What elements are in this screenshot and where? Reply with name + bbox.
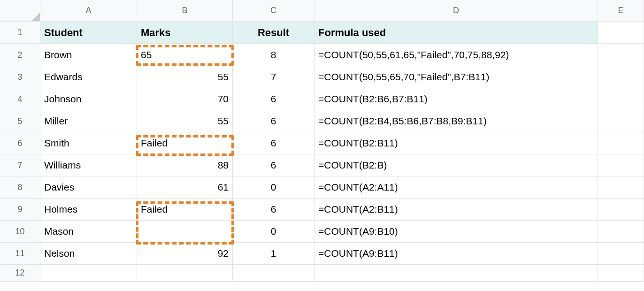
cell-A7[interactable]: Williams	[40, 154, 137, 176]
row-header-3[interactable]: 3	[0, 66, 40, 88]
cell-B12[interactable]	[137, 265, 233, 282]
cell-D3[interactable]: =COUNT(50,55,65,70,"Failed",B7:B11)	[314, 66, 598, 88]
cell-D4[interactable]: =COUNT(B2:B6,B7:B11)	[314, 88, 598, 110]
cell-A5[interactable]: Miller	[40, 110, 137, 132]
row-header-4[interactable]: 4	[0, 88, 40, 110]
col-header-E[interactable]: E	[598, 0, 644, 22]
cell-C2[interactable]: 8	[233, 44, 314, 66]
cell-A9[interactable]: Holmes	[40, 199, 137, 221]
row-header-8[interactable]: 8	[0, 176, 40, 199]
cell-E6[interactable]	[598, 132, 644, 154]
cell-A6[interactable]: Smith	[40, 132, 137, 154]
cell-A2[interactable]: Brown	[40, 44, 137, 66]
cell-D6[interactable]: =COUNT(B2:B11)	[314, 132, 598, 154]
cell-C11[interactable]: 1	[233, 243, 314, 265]
cell-D10[interactable]: =COUNT(A9:B10)	[314, 221, 598, 243]
col-header-A[interactable]: A	[40, 0, 137, 22]
cell-E7[interactable]	[598, 154, 644, 176]
cell-A4[interactable]: Johnson	[40, 88, 137, 110]
cell-C12[interactable]	[233, 265, 314, 282]
row-header-12[interactable]: 12	[0, 265, 40, 282]
spreadsheet-grid[interactable]: A B C D E 1 Student Marks Result Formula…	[0, 0, 644, 291]
cell-E2[interactable]	[598, 44, 644, 66]
cell-B7[interactable]: 88	[137, 154, 233, 176]
cell-D9[interactable]: =COUNT(A2:B11)	[314, 199, 598, 221]
highlight-B6	[136, 135, 234, 156]
row-header-2[interactable]: 2	[0, 44, 40, 66]
cell-C1[interactable]: Result	[233, 22, 314, 44]
row-header-1[interactable]: 1	[0, 22, 40, 44]
cell-D8[interactable]: =COUNT(A2:A11)	[314, 176, 598, 199]
cell-E9[interactable]	[598, 199, 644, 221]
cell-B11[interactable]: 92	[137, 243, 233, 265]
cell-E5[interactable]	[598, 110, 644, 132]
cell-D11[interactable]: =COUNT(A9:B11)	[314, 243, 598, 265]
col-header-B[interactable]: B	[137, 0, 233, 22]
cell-D12[interactable]	[314, 265, 598, 282]
cell-A10[interactable]: Mason	[40, 221, 137, 243]
cell-B8[interactable]: 61	[137, 176, 233, 199]
cell-B1[interactable]: Marks	[137, 22, 233, 44]
cell-A8[interactable]: Davies	[40, 176, 137, 199]
cell-E8[interactable]	[598, 176, 644, 199]
highlight-B9-B10	[136, 201, 234, 245]
cell-A3[interactable]: Edwards	[40, 66, 137, 88]
selectall-corner[interactable]	[0, 0, 40, 22]
row-header-5[interactable]: 5	[0, 110, 40, 132]
cell-E1[interactable]	[598, 22, 644, 44]
cell-E4[interactable]	[598, 88, 644, 110]
cell-C6[interactable]: 6	[233, 132, 314, 154]
row-header-6[interactable]: 6	[0, 132, 40, 154]
col-header-D[interactable]: D	[314, 0, 598, 22]
cell-D2[interactable]: =COUNT(50,55,61,65,"Failed",70,75,88,92)	[314, 44, 598, 66]
cell-C9[interactable]: 6	[233, 199, 314, 221]
cell-A1[interactable]: Student	[40, 22, 137, 44]
cell-A12[interactable]	[40, 265, 137, 282]
cell-D5[interactable]: =COUNT(B2:B4,B5:B6,B7:B8,B9:B11)	[314, 110, 598, 132]
cell-E10[interactable]	[598, 221, 644, 243]
cell-D7[interactable]: =COUNT(B2:B)	[314, 154, 598, 176]
col-header-C[interactable]: C	[233, 0, 314, 22]
cell-E12[interactable]	[598, 265, 644, 282]
row-header-7[interactable]: 7	[0, 154, 40, 176]
cell-C10[interactable]: 0	[233, 221, 314, 243]
cell-E11[interactable]	[598, 243, 644, 265]
cell-C7[interactable]: 6	[233, 154, 314, 176]
row-header-10[interactable]: 10	[0, 221, 40, 243]
row-header-11[interactable]: 11	[0, 243, 40, 265]
cell-B5[interactable]: 55	[137, 110, 233, 132]
cell-E3[interactable]	[598, 66, 644, 88]
highlight-B2	[136, 45, 234, 66]
cell-D1[interactable]: Formula used	[314, 22, 598, 44]
cell-C8[interactable]: 0	[233, 176, 314, 199]
cell-A11[interactable]: Nelson	[40, 243, 137, 265]
cell-C4[interactable]: 6	[233, 88, 314, 110]
cell-C3[interactable]: 7	[233, 66, 314, 88]
cell-C5[interactable]: 6	[233, 110, 314, 132]
cell-B4[interactable]: 70	[137, 88, 233, 110]
row-header-9[interactable]: 9	[0, 199, 40, 221]
cell-B3[interactable]: 55	[137, 66, 233, 88]
